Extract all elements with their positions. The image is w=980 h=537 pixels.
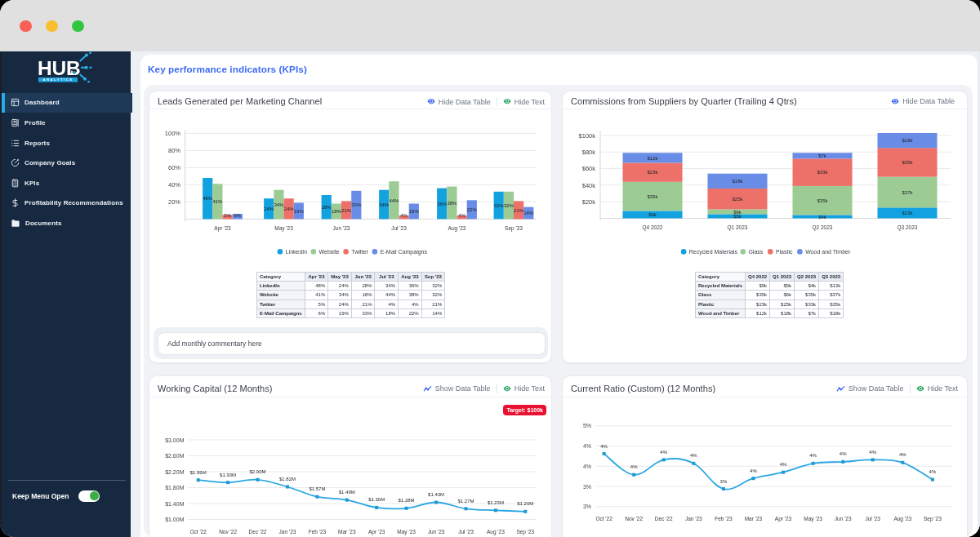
svg-text:4%: 4% xyxy=(840,451,847,456)
svg-text:Jul '23: Jul '23 xyxy=(391,225,407,231)
svg-text:Jun '23: Jun '23 xyxy=(835,516,852,521)
svg-text:Q2 2023: Q2 2023 xyxy=(813,224,833,231)
svg-text:19%: 19% xyxy=(294,209,305,214)
svg-text:24%: 24% xyxy=(284,206,295,211)
svg-text:38%: 38% xyxy=(447,201,457,206)
svg-text:$60k: $60k xyxy=(582,165,596,172)
svg-text:$35k: $35k xyxy=(647,194,658,199)
svg-text:Glass: Glass xyxy=(748,249,763,255)
svg-text:$40k: $40k xyxy=(582,182,596,189)
svg-text:32%: 32% xyxy=(494,203,505,208)
svg-text:Q4 2022: Q4 2022 xyxy=(643,224,663,231)
svg-text:Q1 2023: Q1 2023 xyxy=(728,224,748,231)
svg-text:$7k: $7k xyxy=(818,153,827,158)
svg-text:$23k: $23k xyxy=(647,170,658,175)
svg-text:Apr '23: Apr '23 xyxy=(368,529,385,535)
svg-text:Feb '23: Feb '23 xyxy=(309,529,327,535)
svg-text:ANALYTICS: ANALYTICS xyxy=(42,78,73,82)
svg-text:$37k: $37k xyxy=(902,190,913,195)
svg-text:$1.00M: $1.00M xyxy=(165,517,185,522)
svg-text:4%: 4% xyxy=(869,450,876,455)
svg-text:May '23: May '23 xyxy=(804,516,822,522)
svg-text:Oct '22: Oct '22 xyxy=(595,516,612,521)
svg-text:4%: 4% xyxy=(583,443,591,449)
svg-text:Aug '23: Aug '23 xyxy=(893,516,911,522)
svg-text:33%: 33% xyxy=(351,202,362,207)
svg-text:41%: 41% xyxy=(212,199,223,204)
svg-text:$1.27M: $1.27M xyxy=(457,499,474,504)
svg-text:4%: 4% xyxy=(750,468,757,473)
svg-text:Sep '23: Sep '23 xyxy=(924,516,942,522)
svg-text:Mar '23: Mar '23 xyxy=(745,516,763,521)
svg-text:$80k: $80k xyxy=(582,149,596,156)
svg-text:Website: Website xyxy=(319,249,340,255)
svg-text:Nov '22: Nov '22 xyxy=(625,516,643,521)
svg-text:Aug '23: Aug '23 xyxy=(448,225,466,232)
svg-text:$1.57M: $1.57M xyxy=(309,486,325,491)
svg-text:32%: 32% xyxy=(504,203,514,208)
svg-text:18%: 18% xyxy=(409,209,420,214)
svg-text:4%: 4% xyxy=(400,213,408,218)
svg-text:$20k: $20k xyxy=(582,198,596,206)
svg-text:Sep '23: Sep '23 xyxy=(505,225,523,232)
svg-text:$35k: $35k xyxy=(817,198,828,203)
svg-text:Sep '23: Sep '23 xyxy=(516,529,534,535)
svg-text:3%: 3% xyxy=(583,484,591,490)
svg-text:Aug '23: Aug '23 xyxy=(487,529,505,535)
svg-text:4%: 4% xyxy=(583,464,591,469)
svg-text:Jan '23: Jan '23 xyxy=(279,529,296,535)
svg-text:$2.60M: $2.60M xyxy=(165,453,185,459)
svg-text:6%: 6% xyxy=(234,213,241,218)
svg-text:Twitter: Twitter xyxy=(351,249,368,255)
svg-text:$1.20M: $1.20M xyxy=(517,501,533,506)
svg-text:4%: 4% xyxy=(458,213,466,218)
svg-text:$1.43M: $1.43M xyxy=(428,492,444,497)
svg-text:28%: 28% xyxy=(322,205,332,210)
svg-text:24%: 24% xyxy=(264,206,274,211)
svg-text:80%: 80% xyxy=(168,147,180,154)
svg-text:$3.00M: $3.00M xyxy=(165,437,185,443)
svg-text:$9k: $9k xyxy=(648,212,657,217)
svg-text:$5k: $5k xyxy=(733,214,742,219)
svg-text:Dec '22: Dec '22 xyxy=(655,516,673,521)
svg-text:Jun '23: Jun '23 xyxy=(333,225,350,231)
svg-text:$13k: $13k xyxy=(902,211,913,215)
svg-text:4%: 4% xyxy=(630,464,638,469)
svg-text:48%: 48% xyxy=(203,196,213,201)
svg-text:$1.80M: $1.80M xyxy=(165,485,185,490)
svg-text:18%: 18% xyxy=(332,209,342,214)
svg-text:$1.99M: $1.99M xyxy=(190,470,207,475)
svg-text:4%: 4% xyxy=(899,452,906,457)
svg-text:May '23: May '23 xyxy=(274,225,293,232)
svg-text:$1.82M: $1.82M xyxy=(279,477,296,482)
svg-text:4%: 4% xyxy=(690,453,697,458)
svg-text:21%: 21% xyxy=(514,208,524,213)
svg-text:22%: 22% xyxy=(467,207,478,212)
svg-text:Q3 2023: Q3 2023 xyxy=(898,224,918,231)
svg-text:$12k: $12k xyxy=(647,156,658,161)
svg-text:Apr '23: Apr '23 xyxy=(214,225,231,232)
svg-text:100%: 100% xyxy=(165,130,181,137)
svg-text:$6k: $6k xyxy=(733,210,742,215)
svg-text:$1.93M: $1.93M xyxy=(220,473,236,477)
svg-text:$4k: $4k xyxy=(818,215,827,220)
svg-text:5%: 5% xyxy=(224,213,231,218)
svg-text:Dec '22: Dec '22 xyxy=(249,529,267,535)
svg-text:3%: 3% xyxy=(583,504,591,509)
svg-text:E-Mail Campaigns: E-Mail Campaigns xyxy=(381,249,428,255)
svg-text:$1.30M: $1.30M xyxy=(368,497,385,502)
svg-text:4%: 4% xyxy=(929,469,937,474)
svg-text:$1.28M: $1.28M xyxy=(399,498,415,503)
svg-text:Mar '23: Mar '23 xyxy=(338,529,356,535)
svg-text:60%: 60% xyxy=(168,164,180,171)
svg-text:Recycled Materials: Recycled Materials xyxy=(689,249,738,255)
svg-text:Apr '23: Apr '23 xyxy=(775,516,792,522)
svg-text:36%: 36% xyxy=(437,202,448,206)
svg-text:$100k: $100k xyxy=(579,132,596,140)
svg-text:20%: 20% xyxy=(168,198,180,206)
svg-text:44%: 44% xyxy=(389,198,399,203)
svg-text:$18k: $18k xyxy=(902,138,913,143)
svg-text:$35k: $35k xyxy=(902,160,913,165)
svg-text:$2.20M: $2.20M xyxy=(165,469,185,475)
svg-text:40%: 40% xyxy=(168,181,180,189)
